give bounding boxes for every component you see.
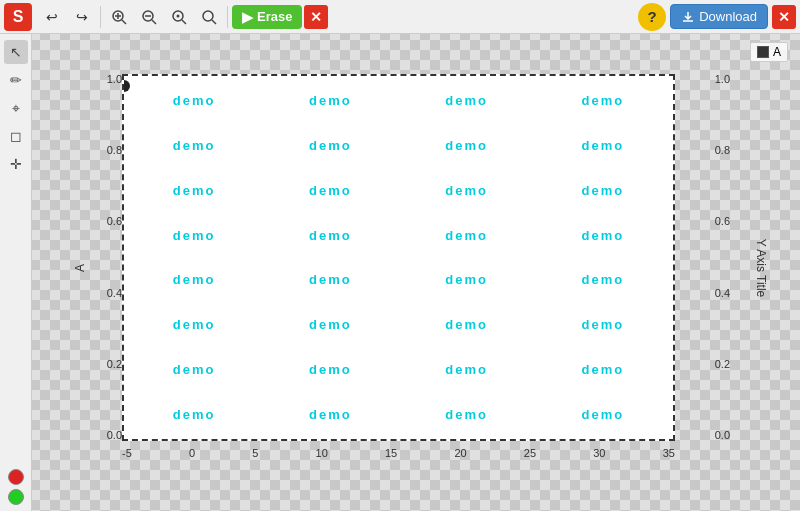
toolbar: S ↩ ↪ ▶ Erase ✕ — [0, 0, 800, 34]
y-tick-right-06: 0.6 — [700, 216, 730, 227]
y-tick-06: 0.6 — [92, 216, 122, 227]
canvas-area: A A 0.0 0.2 0.4 0.6 0.8 1.0 demodemodemo… — [32, 34, 800, 511]
demo-cell: demo — [262, 213, 398, 258]
separator-2 — [227, 6, 228, 28]
separator-1 — [100, 6, 101, 28]
demo-cell: demo — [399, 213, 535, 258]
svg-line-1 — [122, 20, 126, 24]
toolbar-right: ? Download ✕ — [638, 3, 796, 31]
y-ticks-right: 0.0 0.2 0.4 0.6 0.8 1.0 — [700, 74, 730, 441]
y-tick-right-04: 0.4 — [700, 288, 730, 299]
y-tick-0: 0.0 — [92, 430, 122, 441]
erase-button[interactable]: ▶ Erase — [232, 5, 302, 29]
y-tick-08: 0.8 — [92, 145, 122, 156]
demo-cell: demo — [399, 78, 535, 123]
y-tick-04: 0.4 — [92, 288, 122, 299]
demo-cell: demo — [262, 258, 398, 303]
demo-cell: demo — [399, 123, 535, 168]
move-tool[interactable]: ✛ — [4, 152, 28, 176]
x-tick-20: 20 — [454, 447, 466, 459]
chart-container: A 0.0 0.2 0.4 0.6 0.8 1.0 demodemodemode… — [72, 64, 740, 471]
color-red[interactable] — [8, 469, 24, 485]
demo-cell: demo — [262, 347, 398, 392]
demo-cell: demo — [399, 168, 535, 213]
svg-line-8 — [182, 20, 186, 24]
zoom-fit-button[interactable] — [165, 3, 193, 31]
legend: A — [750, 42, 788, 62]
demo-cell: demo — [399, 258, 535, 303]
x-tick-0: 0 — [189, 447, 195, 459]
demo-cell: demo — [126, 347, 262, 392]
demo-cell: demo — [535, 347, 671, 392]
svg-point-9 — [177, 14, 180, 17]
pen-tool[interactable]: ✏ — [4, 68, 28, 92]
x-tick-35: 35 — [663, 447, 675, 459]
demo-cell: demo — [262, 168, 398, 213]
redo-button[interactable]: ↪ — [68, 3, 96, 31]
undo-button[interactable]: ↩ — [38, 3, 66, 31]
demo-cell: demo — [126, 302, 262, 347]
svg-line-11 — [212, 20, 216, 24]
legend-square — [757, 46, 769, 58]
y-axis-right-label: Y Axis Title — [754, 238, 768, 296]
demo-cell: demo — [126, 123, 262, 168]
svg-point-10 — [203, 11, 213, 21]
demo-cell: demo — [126, 258, 262, 303]
demo-cell: demo — [126, 213, 262, 258]
demo-cell: demo — [126, 392, 262, 437]
erase-close-button[interactable]: ✕ — [304, 5, 328, 29]
demo-cell: demo — [535, 392, 671, 437]
color-green[interactable] — [8, 489, 24, 505]
download-button[interactable]: Download — [670, 4, 768, 29]
x-tick-5: 5 — [252, 447, 258, 459]
demo-cell: demo — [535, 168, 671, 213]
eraser-tool[interactable]: ◻ — [4, 124, 28, 148]
plot-area: demodemodemodemodemodemodemodemodemodemo… — [122, 74, 675, 441]
erase-label: Erase — [257, 9, 292, 24]
zoom-reset-button[interactable] — [195, 3, 223, 31]
x-tick-30: 30 — [593, 447, 605, 459]
demo-cell: demo — [126, 168, 262, 213]
demo-cell: demo — [399, 302, 535, 347]
x-tick-25: 25 — [524, 447, 536, 459]
svg-line-5 — [152, 20, 156, 24]
y-tick-right-10: 1.0 — [700, 74, 730, 85]
y-tick-10: 1.0 — [92, 74, 122, 85]
y-tick-right-08: 0.8 — [700, 145, 730, 156]
demo-cell: demo — [262, 123, 398, 168]
y-tick-right-02: 0.2 — [700, 359, 730, 370]
demo-cell: demo — [126, 78, 262, 123]
zoom-out-button[interactable] — [135, 3, 163, 31]
lasso-tool[interactable]: ⌖ — [4, 96, 28, 120]
demo-cell: demo — [535, 123, 671, 168]
demo-cell: demo — [535, 258, 671, 303]
pointer-tool[interactable]: ↖ — [4, 40, 28, 64]
y-tick-right-0: 0.0 — [700, 430, 730, 441]
help-button[interactable]: ? — [638, 3, 666, 31]
sidebar: ↖ ✏ ⌖ ◻ ✛ — [0, 34, 32, 511]
demo-cell: demo — [262, 302, 398, 347]
demo-cell: demo — [535, 302, 671, 347]
y-ticks-left: 0.0 0.2 0.4 0.6 0.8 1.0 — [92, 74, 122, 441]
x-ticks: -5 0 5 10 15 20 25 30 35 — [122, 443, 675, 471]
app-logo: S — [4, 3, 32, 31]
demo-cell: demo — [262, 392, 398, 437]
demo-cell: demo — [262, 78, 398, 123]
download-label: Download — [699, 9, 757, 24]
y-axis-left-label: A — [73, 263, 87, 271]
x-tick-15: 15 — [385, 447, 397, 459]
demo-grid: demodemodemodemodemodemodemodemodemodemo… — [124, 76, 673, 439]
demo-cell: demo — [535, 213, 671, 258]
demo-cell: demo — [399, 392, 535, 437]
legend-text: A — [773, 45, 781, 59]
x-tick--5: -5 — [122, 447, 132, 459]
demo-cell: demo — [399, 347, 535, 392]
demo-cell: demo — [535, 78, 671, 123]
x-tick-10: 10 — [316, 447, 328, 459]
zoom-in-button[interactable] — [105, 3, 133, 31]
app-close-button[interactable]: ✕ — [772, 5, 796, 29]
y-tick-02: 0.2 — [92, 359, 122, 370]
